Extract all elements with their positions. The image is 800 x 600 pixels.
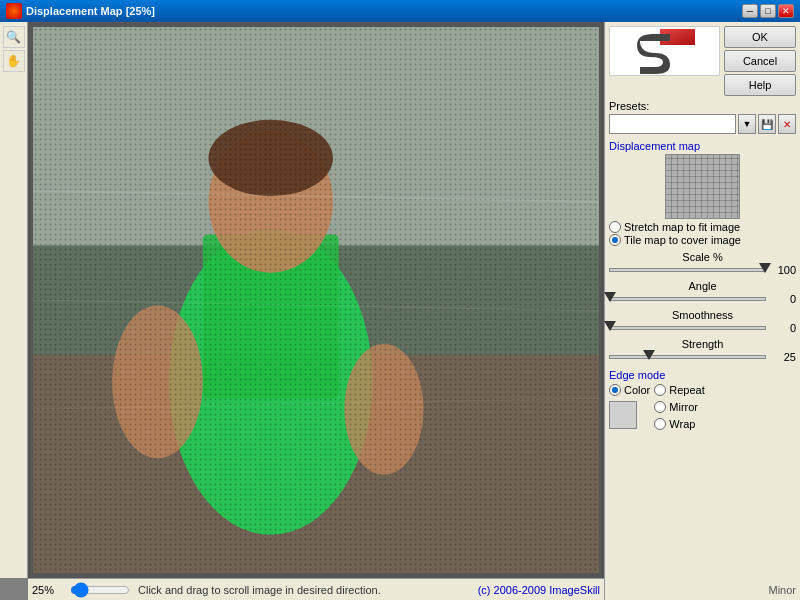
scale-value: 100	[768, 264, 796, 276]
smoothness-label: Smoothness	[672, 309, 733, 321]
title-bar: Displacement Map [25%] ─ □ ✕	[0, 0, 800, 22]
presets-row: Presets:	[609, 100, 796, 112]
stretch-radio-row: Stretch map to fit image	[609, 221, 796, 233]
status-message: Click and drag to scroll image in desire…	[138, 584, 470, 596]
color-option: Color	[609, 383, 650, 429]
presets-controls: ▼ 💾 ✕	[609, 114, 796, 134]
displacement-map-section: Displacement map Stretch map to fit imag…	[609, 138, 796, 247]
scale-slider-track[interactable]	[609, 268, 766, 272]
strength-label-row: Strength	[609, 338, 796, 350]
logo-area	[609, 26, 720, 76]
wrap-radio-row: Wrap	[654, 418, 704, 430]
smoothness-section: Smoothness 0	[609, 309, 796, 334]
angle-value: 0	[768, 293, 796, 305]
status-bar: 25% Click and drag to scroll image in de…	[28, 578, 604, 600]
canvas-area: 🔍 ✋	[0, 22, 604, 600]
angle-section: Angle 0	[609, 280, 796, 305]
edge-mode-row: Color Repeat Mirror W	[609, 383, 796, 431]
scale-slider-row: 100	[609, 264, 796, 276]
strength-slider-row: 25	[609, 351, 796, 363]
strength-section: Strength 25	[609, 338, 796, 363]
mirror-label: Mirror	[669, 401, 698, 413]
displacement-map-preview	[665, 154, 740, 219]
color-swatch[interactable]	[609, 401, 637, 429]
minor-badge: Minor	[768, 584, 796, 596]
main-content: 🔍 ✋	[0, 22, 800, 600]
angle-label-row: Angle	[609, 280, 796, 292]
stretch-label: Stretch map to fit image	[624, 221, 740, 233]
mirror-radio[interactable]	[654, 401, 666, 413]
action-buttons: OK Cancel Help	[724, 26, 796, 96]
minimize-button[interactable]: ─	[742, 4, 758, 18]
strength-value: 25	[768, 351, 796, 363]
maximize-button[interactable]: □	[760, 4, 776, 18]
scale-section: Scale % 100	[609, 251, 796, 276]
angle-slider-track[interactable]	[609, 297, 766, 301]
mirror-radio-row: Mirror	[654, 401, 704, 413]
presets-label: Presets:	[609, 100, 649, 112]
smoothness-slider-row: 0	[609, 322, 796, 334]
color-radio-row: Color	[609, 384, 650, 396]
color-label: Color	[624, 384, 650, 396]
left-toolbar: 🔍 ✋	[0, 22, 28, 578]
close-button[interactable]: ✕	[778, 4, 794, 18]
edge-radio-col: Repeat Mirror Wrap	[654, 383, 704, 431]
minor-section: Minor	[609, 580, 796, 596]
cancel-button[interactable]: Cancel	[724, 50, 796, 72]
edge-mode-section: Edge mode Color Repeat	[609, 367, 796, 431]
repeat-radio-row: Repeat	[654, 384, 704, 396]
presets-section: Presets: ▼ 💾 ✕	[609, 100, 796, 134]
pan-tool-button[interactable]: ✋	[3, 50, 25, 72]
tile-radio[interactable]	[609, 234, 621, 246]
ok-button[interactable]: OK	[724, 26, 796, 48]
presets-dropdown-arrow[interactable]: ▼	[738, 114, 756, 134]
repeat-label: Repeat	[669, 384, 704, 396]
wrap-radio[interactable]	[654, 418, 666, 430]
copyright-text: (c) 2006-2009 ImageSkill	[478, 584, 600, 596]
scale-label-row: Scale %	[609, 251, 796, 263]
tile-radio-row: Tile map to cover image	[609, 234, 796, 246]
angle-slider-row: 0	[609, 293, 796, 305]
strength-slider-track[interactable]	[609, 355, 766, 359]
repeat-radio[interactable]	[654, 384, 666, 396]
edge-mode-title: Edge mode	[609, 369, 796, 381]
smoothness-label-row: Smoothness	[609, 309, 796, 321]
preview-image	[33, 27, 599, 573]
svg-rect-10	[33, 27, 599, 573]
image-canvas[interactable]	[28, 22, 604, 578]
color-radio[interactable]	[609, 384, 621, 396]
title-bar-buttons: ─ □ ✕	[742, 4, 794, 18]
help-button[interactable]: Help	[724, 74, 796, 96]
top-section: OK Cancel Help	[609, 26, 796, 96]
presets-save-button[interactable]: 💾	[758, 114, 776, 134]
angle-label: Angle	[688, 280, 716, 292]
logo-svg	[635, 29, 695, 74]
zoom-level: 25%	[32, 584, 62, 596]
presets-dropdown[interactable]	[609, 114, 736, 134]
presets-delete-button[interactable]: ✕	[778, 114, 796, 134]
displacement-map-title: Displacement map	[609, 140, 796, 152]
wrap-label: Wrap	[669, 418, 695, 430]
tile-label: Tile map to cover image	[624, 234, 741, 246]
zoom-tool-button[interactable]: 🔍	[3, 26, 25, 48]
zoom-slider[interactable]	[70, 585, 130, 595]
right-panel: OK Cancel Help Presets: ▼ 💾 ✕ Displaceme…	[604, 22, 800, 600]
window-title: Displacement Map [25%]	[26, 5, 742, 17]
scale-label: Scale %	[682, 251, 722, 263]
smoothness-slider-track[interactable]	[609, 326, 766, 330]
smoothness-value: 0	[768, 322, 796, 334]
strength-label: Strength	[682, 338, 724, 350]
stretch-radio[interactable]	[609, 221, 621, 233]
app-icon	[6, 3, 22, 19]
